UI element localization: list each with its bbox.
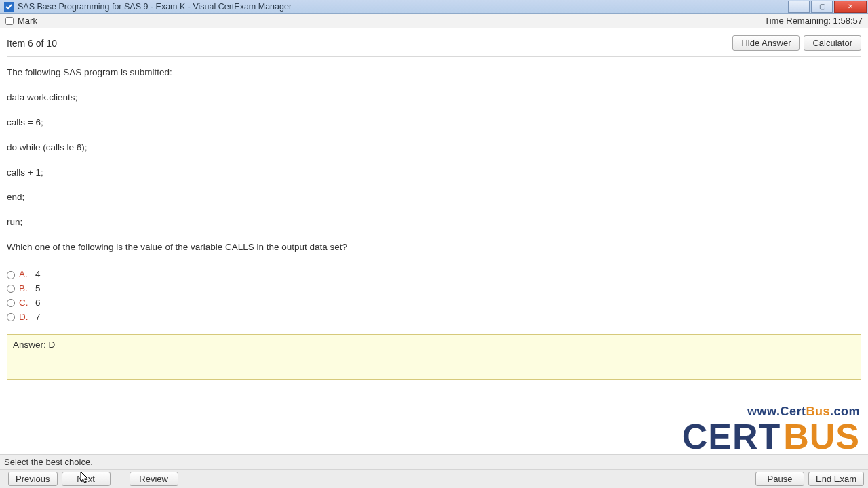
hint-bar: Select the best choice. — [0, 454, 868, 469]
next-button[interactable]: Next — [62, 472, 111, 486]
choice-letter: C. — [19, 297, 31, 310]
radio-a[interactable] — [7, 271, 15, 279]
code-line: run; — [7, 216, 861, 229]
hint-text: Select the best choice. — [4, 457, 93, 467]
choice-value: 6 — [35, 297, 41, 310]
choice-letter: D. — [19, 311, 31, 324]
close-button[interactable]: ✕ — [834, 1, 867, 13]
question-intro: The following SAS program is submitted: — [7, 66, 861, 79]
choices: A. 4 B. 5 C. 6 D. 7 — [7, 266, 861, 325]
radio-c[interactable] — [7, 299, 15, 307]
previous-button[interactable]: Previous — [8, 472, 58, 486]
radio-d[interactable] — [7, 313, 15, 321]
hide-answer-button[interactable]: Hide Answer — [732, 35, 800, 51]
question-prompt: Which one of the following is the value … — [7, 241, 861, 254]
time-remaining: Time Remaining: 1:58:57 — [764, 16, 863, 26]
app-icon — [4, 2, 14, 12]
mark-label: Mark — [18, 16, 37, 26]
code-line: end; — [7, 191, 861, 204]
choice-b[interactable]: B. 5 — [7, 282, 861, 296]
choice-letter: A. — [19, 268, 31, 281]
choice-a[interactable]: A. 4 — [7, 268, 861, 282]
end-exam-button[interactable]: End Exam — [808, 472, 864, 486]
watermark: www.CertBus.com CERT BUS — [682, 405, 860, 454]
minimize-button[interactable]: — — [788, 1, 810, 13]
answer-text: Answer: D — [13, 340, 55, 350]
item-counter: Item 6 of 10 — [7, 38, 57, 49]
choice-letter: B. — [19, 283, 31, 296]
choice-value: 5 — [35, 283, 41, 296]
mark-checkbox[interactable] — [5, 17, 14, 25]
choice-value: 4 — [35, 268, 41, 281]
titlebar: SAS Base Programming for SAS 9 - Exam K … — [0, 0, 868, 14]
code-line: calls + 1; — [7, 167, 861, 180]
window-controls: — ▢ ✕ — [787, 1, 867, 13]
content-area: Item 6 of 10 Hide Answer Calculator The … — [0, 28, 868, 454]
code-line: do while (calls le 6); — [7, 142, 861, 155]
watermark-logo: CERT BUS — [682, 419, 860, 454]
maximize-button[interactable]: ▢ — [811, 1, 833, 13]
answer-panel: Answer: D — [7, 334, 861, 380]
calculator-button[interactable]: Calculator — [804, 35, 861, 51]
item-header: Item 6 of 10 Hide Answer Calculator — [7, 34, 861, 57]
logo-right: BUS — [783, 419, 860, 454]
radio-b[interactable] — [7, 285, 15, 293]
logo-left: CERT — [682, 419, 781, 454]
choice-d[interactable]: D. 7 — [7, 310, 861, 325]
mark-bar: Mark Time Remaining: 1:58:57 — [0, 14, 868, 28]
pause-button[interactable]: Pause — [755, 472, 804, 486]
code-line: data work.clients; — [7, 92, 861, 104]
window-title: SAS Base Programming for SAS 9 - Exam K … — [18, 2, 787, 12]
code-line: calls = 6; — [7, 117, 861, 129]
choice-value: 7 — [35, 311, 41, 324]
question-body: The following SAS program is submitted: … — [7, 57, 861, 380]
review-button[interactable]: Review — [130, 472, 178, 486]
choice-c[interactable]: C. 6 — [7, 296, 861, 310]
footer: Previous Next Review Pause End Exam — [0, 469, 868, 488]
